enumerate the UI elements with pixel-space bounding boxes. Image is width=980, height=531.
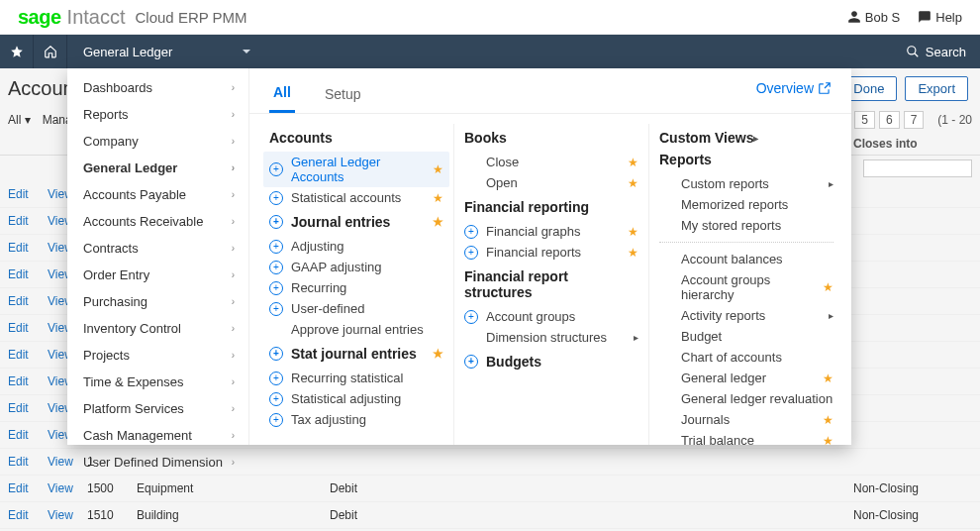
edit-link[interactable]: Edit <box>8 455 48 469</box>
menu-item[interactable]: Chart of accounts <box>659 347 833 368</box>
add-icon[interactable]: + <box>269 240 283 254</box>
view-link[interactable]: View <box>48 481 87 495</box>
add-icon[interactable]: + <box>464 246 478 260</box>
sidebar-item[interactable]: General Ledger› <box>67 155 248 181</box>
add-icon[interactable]: + <box>269 413 283 427</box>
menu-item[interactable]: Trial balance★ <box>659 430 833 445</box>
edit-link[interactable]: Edit <box>8 401 48 415</box>
edit-link[interactable]: Edit <box>8 481 48 495</box>
sidebar-item[interactable]: Time & Expenses› <box>67 369 248 395</box>
mega-col-3: Custom Views▸ReportsCustom reports▸Memor… <box>648 124 843 445</box>
menu-item[interactable]: +Adjusting <box>269 236 443 257</box>
add-icon[interactable]: + <box>464 310 478 324</box>
edit-link[interactable]: Edit <box>8 187 48 201</box>
tab-all[interactable]: All <box>269 78 295 113</box>
user-menu[interactable]: Bob S <box>847 10 900 25</box>
menu-item[interactable]: Account balances <box>659 249 833 269</box>
add-icon[interactable]: + <box>269 281 283 295</box>
sidebar-item[interactable]: Projects› <box>67 342 248 369</box>
edit-link[interactable]: Edit <box>8 241 48 255</box>
add-icon[interactable]: + <box>269 261 283 274</box>
view-link[interactable]: View <box>48 508 87 522</box>
edit-link[interactable]: Edit <box>8 321 48 335</box>
help-link[interactable]: Help <box>918 10 962 25</box>
section-heading: Financial report structures <box>464 268 638 300</box>
sidebar-item[interactable]: Platform Services› <box>67 395 248 422</box>
menu-item[interactable]: Activity reports▸ <box>659 305 833 326</box>
export-button[interactable]: Export <box>905 76 968 101</box>
sidebar-item[interactable]: Accounts Payable› <box>67 181 248 208</box>
page-7[interactable]: 7 <box>904 111 925 129</box>
menu-item[interactable]: +Financial graphs★ <box>464 221 638 242</box>
menu-item[interactable]: Budget <box>659 326 833 347</box>
sidebar-item[interactable]: Cash Management› <box>67 422 248 449</box>
sidebar-item[interactable]: User Defined Dimension› <box>67 449 248 476</box>
edit-link[interactable]: Edit <box>8 267 48 281</box>
menu-item[interactable]: +Tax adjusting <box>269 409 443 430</box>
star-icon <box>10 45 24 58</box>
sidebar-item[interactable]: Order Entry› <box>67 262 248 288</box>
page-6[interactable]: 6 <box>879 111 900 129</box>
edit-link[interactable]: Edit <box>8 294 48 308</box>
favorite-toggle[interactable] <box>0 35 34 68</box>
add-icon[interactable]: + <box>464 355 478 369</box>
menu-item[interactable]: Custom reports▸ <box>659 173 833 194</box>
menu-item[interactable]: My stored reports <box>659 215 833 236</box>
add-icon[interactable]: + <box>269 347 283 361</box>
menu-item[interactable]: +Account groups <box>464 306 638 327</box>
col-closes-into: Closes into <box>853 137 972 151</box>
add-icon[interactable]: + <box>269 372 283 385</box>
menu-item[interactable]: +Recurring <box>269 277 443 298</box>
add-icon[interactable]: + <box>269 215 283 229</box>
brand-pmm: Cloud ERP PMM <box>136 9 247 26</box>
sidebar-item[interactable]: Purchasing› <box>67 288 248 315</box>
sidebar-item[interactable]: Inventory Control› <box>67 315 248 342</box>
menu-item[interactable]: Journals★ <box>659 409 833 430</box>
home-button[interactable] <box>34 35 67 68</box>
pager: 4 5 6 7 (1 - 20 <box>831 111 972 129</box>
menu-item[interactable]: +Recurring statistical <box>269 368 443 388</box>
sidebar-item[interactable]: Accounts Receivable› <box>67 208 248 235</box>
menu-item[interactable]: Account groups hierarchy★ <box>659 269 833 305</box>
add-icon[interactable]: + <box>269 191 283 205</box>
cell-title: Equipment <box>137 481 330 495</box>
sidebar-item[interactable]: Contracts› <box>67 235 248 262</box>
cell-close <box>853 401 972 415</box>
overview-link[interactable]: Overview <box>756 80 832 96</box>
edit-link[interactable]: Edit <box>8 348 48 362</box>
sidebar-item[interactable]: Company› <box>67 128 248 155</box>
menu-item[interactable]: Open★ <box>464 172 638 193</box>
menu-item[interactable]: General ledger★ <box>659 368 833 388</box>
menu-item[interactable]: General ledger revaluation <box>659 388 833 409</box>
menu-item[interactable]: Close★ <box>464 152 638 172</box>
search-label: Search <box>926 45 966 59</box>
page-5[interactable]: 5 <box>854 111 875 129</box>
menu-item[interactable]: Approve journal entries <box>269 319 443 340</box>
edit-link[interactable]: Edit <box>8 428 48 442</box>
menu-item[interactable]: +User-defined <box>269 298 443 319</box>
module-dropdown[interactable]: General Ledger <box>67 35 267 68</box>
sidebar-item[interactable]: Reports› <box>67 101 248 128</box>
add-icon[interactable]: + <box>464 225 478 239</box>
menu-item[interactable]: +GAAP adjusting <box>269 257 443 277</box>
filter-closes-input[interactable] <box>863 159 972 177</box>
menu-item[interactable]: +Financial reports★ <box>464 242 638 263</box>
tab-setup[interactable]: Setup <box>321 80 365 112</box>
menu-item[interactable]: +Statistical adjusting <box>269 388 443 409</box>
section-heading: +Stat journal entries★ <box>269 346 443 362</box>
chevron-right-icon: ▸ <box>829 178 833 189</box>
edit-link[interactable]: Edit <box>8 374 48 388</box>
sidebar-item[interactable]: Dashboards› <box>67 74 248 101</box>
edit-link[interactable]: Edit <box>8 508 48 522</box>
global-search[interactable]: Search <box>892 45 980 59</box>
menu-item[interactable]: +General Ledger Accounts★ <box>263 152 449 187</box>
menu-item[interactable]: Memorized reports <box>659 194 833 215</box>
cell-close <box>853 241 972 255</box>
add-icon[interactable]: + <box>269 302 283 316</box>
add-icon[interactable]: + <box>269 392 283 406</box>
add-icon[interactable]: + <box>269 162 283 176</box>
filter-all[interactable]: All ▾ <box>8 113 31 127</box>
edit-link[interactable]: Edit <box>8 214 48 228</box>
menu-item[interactable]: +Statistical accounts★ <box>269 187 443 208</box>
menu-item[interactable]: Dimension structures▸ <box>464 327 638 348</box>
